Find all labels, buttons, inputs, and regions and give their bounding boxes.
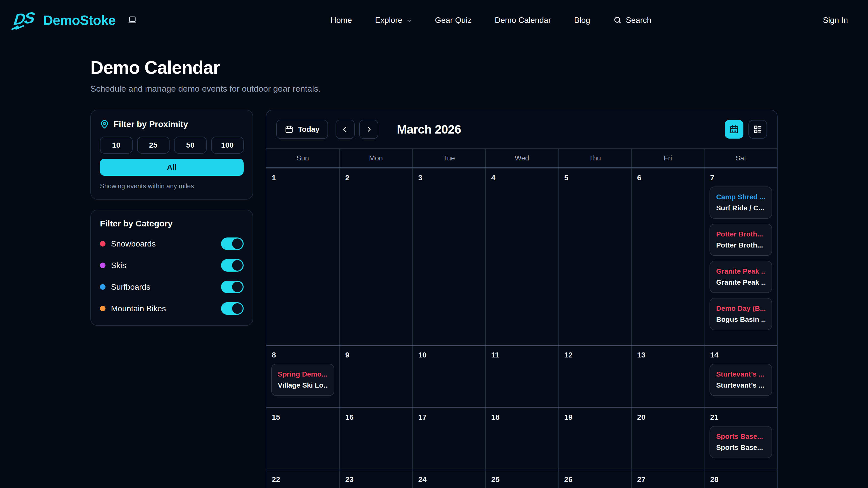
proximity-all-button[interactable]: All bbox=[100, 159, 244, 176]
event-card[interactable]: Potter Broth...Potter Broth... bbox=[710, 224, 772, 256]
day-cell-21[interactable]: 21Sports Base...Sports Base... bbox=[704, 408, 777, 470]
day-cell-7[interactable]: 7Camp Shred ...Surf Ride / C...Potter Br… bbox=[704, 168, 777, 345]
nav-item-search[interactable]: Search bbox=[613, 15, 651, 25]
day-number: 8 bbox=[266, 350, 339, 360]
day-number: 20 bbox=[632, 412, 704, 422]
toggle-skis[interactable] bbox=[221, 259, 244, 271]
sign-in-link[interactable]: Sign In bbox=[823, 15, 848, 25]
proximity-filter-panel: Filter by Proximity 102550100 All Showin… bbox=[90, 110, 253, 200]
event-card[interactable]: Camp Shred ...Surf Ride / C... bbox=[710, 187, 772, 219]
category-label: Skis bbox=[111, 261, 126, 270]
day-number: 10 bbox=[413, 350, 485, 360]
day-cell-16[interactable]: 16 bbox=[339, 408, 412, 470]
navbar: DS DemoStoke HomeExploreGear QuizDemo Ca… bbox=[0, 0, 868, 40]
day-number: 2 bbox=[340, 172, 412, 183]
laptop-icon bbox=[128, 15, 137, 25]
proximity-option-25[interactable]: 25 bbox=[137, 136, 170, 154]
day-cell-14[interactable]: 14Sturtevant’s ...Sturtevant’s ... bbox=[704, 346, 777, 408]
event-card[interactable]: Demo Day (B...Bogus Basin ... bbox=[710, 298, 772, 330]
category-row-mountain-bikes: Mountain Bikes bbox=[100, 302, 244, 315]
day-number: 25 bbox=[486, 474, 558, 485]
category-row-surfboards: Surfboards bbox=[100, 281, 244, 293]
calendar-toolbar: Today March 2026 bbox=[266, 110, 777, 149]
day-cell-12[interactable]: 12 bbox=[558, 346, 631, 408]
category-label: Mountain Bikes bbox=[111, 304, 166, 313]
filter-sidebar: Filter by Proximity 102550100 All Showin… bbox=[90, 110, 253, 326]
proximity-caption: Showing events within any miles bbox=[100, 182, 244, 190]
event-card[interactable]: Sports Base...Sports Base... bbox=[710, 426, 772, 458]
day-header-wed: Wed bbox=[485, 149, 558, 167]
day-cell-24[interactable]: 24 bbox=[412, 470, 485, 488]
day-cell-18[interactable]: 18 bbox=[485, 408, 558, 470]
day-cell-1[interactable]: 1 bbox=[266, 168, 339, 345]
category-label: Snowboards bbox=[111, 239, 156, 249]
list-view-button[interactable] bbox=[748, 120, 767, 138]
day-cell-10[interactable]: 10 bbox=[412, 346, 485, 408]
toggle-knob bbox=[232, 303, 243, 314]
event-card[interactable]: Spring Demo...Village Ski Lo... bbox=[271, 364, 334, 396]
toggle-snowboards[interactable] bbox=[221, 237, 244, 250]
event-card[interactable]: Granite Peak ...Granite Peak ... bbox=[710, 261, 772, 293]
day-cell-20[interactable]: 20 bbox=[631, 408, 704, 470]
brand-name: DemoStoke bbox=[43, 12, 116, 28]
event-subtitle: Bogus Basin ... bbox=[716, 316, 766, 324]
today-button[interactable]: Today bbox=[276, 120, 328, 139]
toggle-surfboards[interactable] bbox=[221, 281, 244, 293]
day-number: 3 bbox=[413, 172, 485, 183]
day-header-tue: Tue bbox=[412, 149, 485, 167]
day-number: 13 bbox=[632, 350, 704, 360]
prev-month-button[interactable] bbox=[336, 120, 354, 139]
nav-item-demo-calendar[interactable]: Demo Calendar bbox=[495, 15, 551, 25]
view-toggles bbox=[725, 120, 767, 138]
nav-item-home[interactable]: Home bbox=[331, 15, 352, 25]
day-cell-6[interactable]: 6 bbox=[631, 168, 704, 345]
day-cell-17[interactable]: 17 bbox=[412, 408, 485, 470]
proximity-option-50[interactable]: 50 bbox=[174, 136, 207, 154]
day-cell-26[interactable]: 26 bbox=[558, 470, 631, 488]
event-subtitle: Potter Broth... bbox=[716, 241, 766, 249]
event-title: Demo Day (B... bbox=[716, 304, 766, 313]
toggle-knob bbox=[232, 260, 243, 271]
nav-item-blog[interactable]: Blog bbox=[574, 15, 590, 25]
day-cell-8[interactable]: 8Spring Demo...Village Ski Lo... bbox=[266, 346, 339, 408]
month-view-button[interactable] bbox=[725, 120, 743, 138]
day-number: 19 bbox=[559, 412, 631, 422]
day-cell-3[interactable]: 3 bbox=[412, 168, 485, 345]
day-cell-15[interactable]: 15 bbox=[266, 408, 339, 470]
day-number: 5 bbox=[559, 172, 631, 183]
day-number: 21 bbox=[705, 412, 777, 422]
day-cell-19[interactable]: 19 bbox=[558, 408, 631, 470]
category-row-snowboards: Snowboards bbox=[100, 237, 244, 250]
toggle-knob bbox=[232, 238, 243, 249]
day-cell-5[interactable]: 5 bbox=[558, 168, 631, 345]
day-number: 18 bbox=[486, 412, 558, 422]
next-month-button[interactable] bbox=[359, 120, 378, 139]
nav-item-explore[interactable]: Explore bbox=[375, 15, 412, 25]
proximity-option-10[interactable]: 10 bbox=[100, 136, 133, 154]
category-rows: SnowboardsSkisSurfboardsMountain Bikes bbox=[100, 237, 244, 315]
proximity-filter-title: Filter by Proximity bbox=[114, 119, 188, 129]
day-cell-22[interactable]: 22 bbox=[266, 470, 339, 488]
day-cell-4[interactable]: 4 bbox=[485, 168, 558, 345]
toggle-mountain-bikes[interactable] bbox=[221, 302, 244, 315]
day-number: 23 bbox=[340, 474, 412, 485]
page-subtitle: Schedule and manage demo events for outd… bbox=[90, 84, 778, 94]
event-title: Potter Broth... bbox=[716, 230, 766, 238]
main-content: Demo Calendar Schedule and manage demo e… bbox=[0, 40, 868, 488]
proximity-option-100[interactable]: 100 bbox=[211, 136, 244, 154]
brand-logo[interactable]: DS DemoStoke bbox=[11, 9, 137, 31]
day-cell-9[interactable]: 9 bbox=[339, 346, 412, 408]
day-cell-23[interactable]: 23 bbox=[339, 470, 412, 488]
day-cell-27[interactable]: 27 bbox=[631, 470, 704, 488]
event-card[interactable]: Sturtevant’s ...Sturtevant’s ... bbox=[710, 364, 772, 396]
week-row-4: 22232425262728 bbox=[266, 470, 777, 488]
nav-item-gear-quiz[interactable]: Gear Quiz bbox=[435, 15, 472, 25]
day-cell-25[interactable]: 25 bbox=[485, 470, 558, 488]
event-list: Sports Base...Sports Base... bbox=[710, 426, 772, 458]
day-cell-28[interactable]: 28 bbox=[704, 470, 777, 488]
event-title: Sturtevant’s ... bbox=[716, 370, 766, 378]
day-cell-2[interactable]: 2 bbox=[339, 168, 412, 345]
day-cell-13[interactable]: 13 bbox=[631, 346, 704, 408]
day-cell-11[interactable]: 11 bbox=[485, 346, 558, 408]
day-number: 27 bbox=[632, 474, 704, 485]
